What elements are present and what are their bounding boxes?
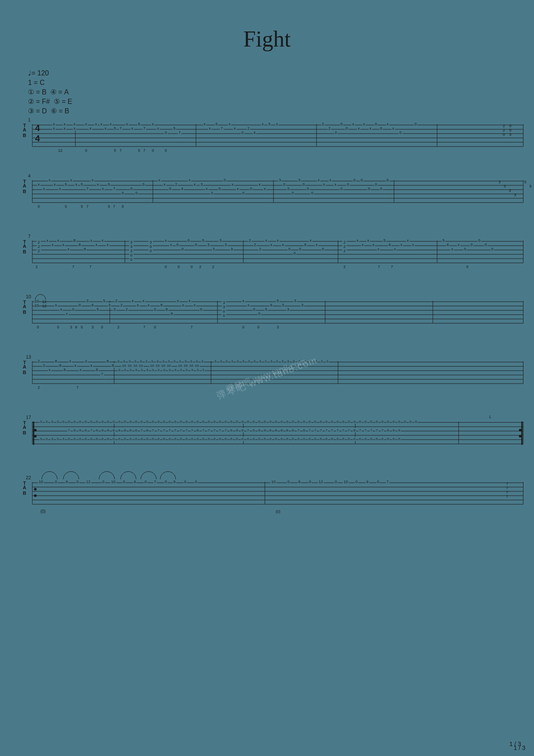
page: 弹琴吧 www.tan8.com 1 / 3 bbox=[0, 0, 534, 756]
score-canvas bbox=[0, 0, 534, 756]
page-number: 1 / 3 bbox=[509, 740, 521, 747]
